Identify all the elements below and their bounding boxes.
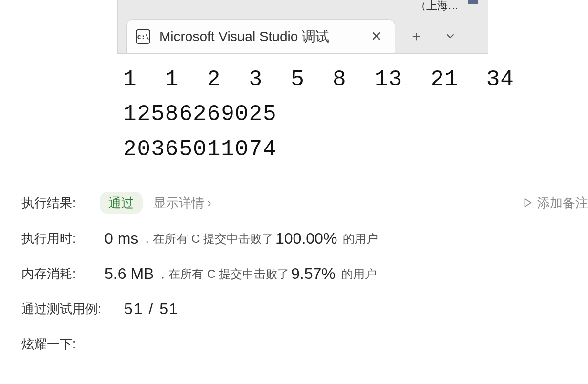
tests-value: 51 / 51: [124, 300, 179, 318]
share-label: 炫耀一下:: [21, 336, 95, 353]
tab-list-dropdown[interactable]: [433, 19, 467, 53]
chevron-down-icon: [445, 31, 455, 41]
console-line-2: 12586269025: [123, 102, 277, 127]
fragment-text: （上海…: [416, 0, 459, 13]
status-badge: 通过: [100, 192, 143, 214]
tabbar-accent: [468, 0, 478, 4]
flag-icon: [523, 197, 533, 208]
runtime-percent: 100.00%: [275, 230, 337, 248]
terminal-icon: c:\: [136, 29, 150, 44]
share-row: 炫耀一下:: [21, 334, 588, 355]
memory-percent: 9.57%: [291, 265, 336, 283]
memory-value: 5.6 MB: [105, 265, 154, 283]
result-label: 执行结果:: [21, 194, 95, 212]
add-note-text: 添加备注: [537, 194, 588, 212]
tab-title: Microsoft Visual Studio 调试: [159, 27, 358, 46]
memory-row: 内存消耗: 5.6 MB ，在所有 C 提交中击败了 9.57% 的用户: [21, 263, 588, 285]
console-output: 1 1 2 3 5 8 13 21 34 12586269025 2036501…: [123, 63, 588, 167]
browser-tab[interactable]: c:\ Microsoft Visual Studio 调试 ✕: [126, 19, 395, 53]
details-text: 显示详情: [153, 194, 204, 212]
memory-label: 内存消耗:: [21, 265, 95, 282]
chevron-right-icon: ›: [207, 195, 211, 211]
tests-label: 通过测试用例:: [21, 300, 109, 318]
add-note-button[interactable]: 添加备注: [523, 194, 588, 212]
tab-actions: ＋: [399, 19, 467, 53]
close-icon[interactable]: ✕: [367, 28, 386, 45]
runtime-value: 0 ms: [105, 230, 138, 248]
runtime-row: 执行用时: 0 ms ，在所有 C 提交中击败了 100.00% 的用户: [21, 228, 588, 250]
runtime-label: 执行用时:: [21, 230, 95, 247]
result-row: 执行结果: 通过 显示详情 › 添加备注: [21, 192, 588, 214]
show-details-link[interactable]: 显示详情 ›: [153, 194, 211, 212]
memory-trail: 的用户: [341, 266, 377, 282]
browser-tabbar: （上海… c:\ Microsoft Visual Studio 调试 ✕ ＋: [117, 0, 488, 54]
tests-row: 通过测试用例: 51 / 51: [21, 299, 588, 320]
runtime-mid: ，在所有 C 提交中击败了: [141, 231, 273, 247]
memory-mid: ，在所有 C 提交中击败了: [157, 266, 289, 282]
console-line-3: 20365011074: [123, 137, 277, 162]
new-tab-button[interactable]: ＋: [399, 19, 433, 53]
results-panel: 执行结果: 通过 显示详情 › 添加备注 执行用时: 0 ms ，在所有 C 提…: [21, 192, 588, 355]
runtime-trail: 的用户: [343, 231, 378, 247]
console-line-1: 1 1 2 3 5 8 13 21 34: [123, 67, 514, 92]
